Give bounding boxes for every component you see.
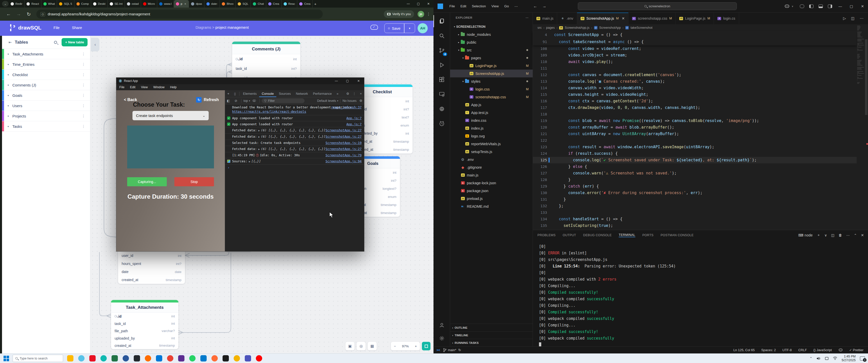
tree-item-readme-md[interactable]: M↓README.md: [450, 202, 533, 210]
panel-tab-postman-console[interactable]: POSTMAN CONSOLE: [660, 233, 694, 237]
sidebar-item-comments-j-[interactable]: ▾Comments (J)⋮: [2, 80, 90, 90]
section-running-tasks[interactable]: ›RUNNING TASKS: [450, 339, 533, 346]
inspect-icon[interactable]: ⌖: [225, 92, 231, 96]
code-line[interactable]: 117 ctx.drawImage(video, 0, 0, canvas.wi…: [533, 104, 857, 111]
code-line[interactable]: 132 };: [533, 203, 857, 209]
code-line[interactable]: 122: [533, 137, 857, 144]
console-source-link[interactable]: ScreenshotApp.js:79: [326, 153, 362, 157]
code-line[interactable]: 135 setIsCapturing(true);: [533, 222, 857, 229]
panel-tab-problems[interactable]: PROBLEMS: [537, 233, 556, 237]
menu-file[interactable]: File: [446, 4, 458, 8]
table-field-row[interactable]: task_idint?: [232, 64, 300, 73]
code-line[interactable]: 124 if (result.success) {: [533, 150, 857, 157]
toggle-sidebar-icon[interactable]: [809, 4, 813, 8]
capturing-button[interactable]: Capturing...: [127, 177, 167, 186]
console-source-link[interactable]: ScreenshotApp.js:27: [326, 128, 362, 132]
browser-tab[interactable]: dpas: [189, 0, 205, 7]
console-sidebar-icon[interactable]: ◧: [225, 99, 231, 103]
tab-close-icon[interactable]: ✕: [622, 16, 625, 21]
table-field-row[interactable]: file_pathvarchar?: [111, 327, 178, 334]
back-icon[interactable]: ←: [3, 11, 13, 17]
tree-item-main-js[interactable]: JSmain.js: [450, 171, 533, 179]
chevron-down-icon[interactable]: ▾: [7, 53, 9, 56]
customize-layout-icon[interactable]: [800, 4, 804, 8]
remote-indicator[interactable]: ><: [434, 349, 443, 352]
taskbar-app-icon-3[interactable]: [89, 355, 96, 362]
activity-run-debug-icon[interactable]: [434, 59, 450, 71]
code-line[interactable]: 114 canvas.width = video.videoWidth;: [533, 85, 857, 91]
section-outline[interactable]: ›OUTLINE: [450, 324, 533, 331]
close-panel-icon[interactable]: ✕: [861, 233, 864, 237]
focus-mode-icon[interactable]: ◎: [356, 342, 366, 351]
copilot-status-icon[interactable]: [838, 348, 843, 352]
taskbar-app-icon-18[interactable]: [256, 355, 262, 362]
table-field-row[interactable]: uploaded_byint: [111, 334, 178, 342]
fullscreen-button[interactable]: [422, 342, 431, 351]
tree-item-public[interactable]: ▸public: [450, 38, 533, 46]
save-dropdown-chevron-icon[interactable]: ▾: [404, 27, 415, 30]
expand-arrow-icon[interactable]: ▶: [258, 129, 260, 132]
live-expression-icon[interactable]: [253, 100, 256, 102]
expand-arrow-icon[interactable]: ▶: [258, 148, 260, 151]
console-message[interactable]: ✓App component loaded with routerApp.js:…: [225, 121, 364, 127]
tree-item-index-css[interactable]: #index.css: [450, 117, 533, 124]
sidebar-item-projects[interactable]: ▾Projects⋮: [2, 111, 90, 121]
table-menu-icon[interactable]: ⋮: [82, 83, 86, 87]
taskbar-app-icon-4[interactable]: [100, 355, 107, 362]
devtools-tab-console[interactable]: Console: [259, 90, 276, 97]
table-menu-icon[interactable]: ⋮: [82, 62, 86, 66]
console-source-link[interactable]: ScreenshotApp.js:19: [326, 141, 362, 145]
devtools-kebab-icon[interactable]: ⋮: [351, 92, 358, 96]
new-terminal-icon[interactable]: ＋: [817, 233, 820, 237]
browser-tab[interactable]: Crea: [297, 0, 313, 7]
sidebar-item-checklist[interactable]: ▾Checklist⋮: [2, 70, 90, 80]
browser-tab[interactable]: ostad: [125, 0, 141, 7]
browser-profile-avatar[interactable]: jo: [417, 11, 424, 18]
browser-tab[interactable]: Reac: [282, 0, 298, 7]
app-minimize-button[interactable]: —: [331, 78, 342, 84]
taskbar-app-icon-13[interactable]: [200, 355, 207, 362]
drawsql-menu-file[interactable]: File: [54, 26, 60, 30]
menu-go[interactable]: Go: [502, 4, 512, 8]
terminal-dropdown-icon[interactable]: ∨: [824, 233, 827, 237]
zoom-out-button[interactable]: −: [391, 344, 399, 348]
code-line[interactable]: 121 const uint8Array = new Uint8Array(ar…: [533, 131, 857, 137]
code-line[interactable]: 111: [533, 65, 857, 72]
code-editor[interactable]: 108 const video = videoRef.current;109 v…: [533, 45, 857, 230]
console-message[interactable]: ✓App component loaded with routerApp.js:…: [225, 115, 364, 121]
cursor-position[interactable]: Ln 125, Col 65: [733, 348, 755, 352]
chevron-down-icon[interactable]: ▾: [7, 94, 9, 97]
explorer-more-icon[interactable]: ⋯: [526, 16, 529, 20]
taskbar-clock[interactable]: 1:45 PM 5/27/2025: [841, 355, 856, 362]
devtools-settings-icon[interactable]: ⚙: [344, 92, 351, 96]
table-menu-icon[interactable]: ⋮: [82, 73, 86, 77]
taskbar-app-icon-17[interactable]: [245, 355, 251, 362]
url-bar[interactable]: ⊙ drawsql.app/teams/lkahdgjkldsg/diagram…: [36, 9, 323, 19]
browser-close-button[interactable]: ✕: [424, 2, 434, 5]
vscode-close-button[interactable]: ✕: [857, 4, 868, 8]
panel-tab-ports[interactable]: PORTS: [643, 233, 653, 237]
console-message[interactable]: Sources:▶[{…}]ScreenshotApp.js:94: [225, 158, 364, 165]
chevron-down-icon[interactable]: ▾: [7, 84, 9, 87]
code-line[interactable]: 112 const canvas = document.createElemen…: [533, 72, 857, 78]
console-source-link[interactable]: App.js:7: [346, 116, 362, 120]
copilot-icon[interactable]: [784, 4, 789, 9]
sidebar-collapse-handle[interactable]: ‹: [91, 38, 99, 52]
console-source-link[interactable]: ScreenshotApp.js:94: [326, 159, 362, 163]
split-editor-icon[interactable]: ◫: [851, 16, 855, 21]
editor-tab-screenshotapp-js[interactable]: JSScreenshotApp.jsM✕: [577, 12, 628, 24]
code-line[interactable]: 129 } catch (err) {: [533, 183, 857, 190]
grid-view-icon[interactable]: ▦: [368, 342, 377, 351]
chevron-down-icon[interactable]: ▾: [7, 104, 9, 107]
nav-back-icon[interactable]: ←: [531, 4, 540, 8]
fit-view-icon[interactable]: ▣: [345, 342, 354, 351]
reload-icon[interactable]: ↻: [24, 11, 34, 17]
formatter-status[interactable]: ✓ Prettier: [849, 348, 864, 352]
section-timeline[interactable]: ›TIMELINE: [450, 331, 533, 339]
app-maximize-button[interactable]: ▢: [342, 78, 353, 84]
sidebar-item-goals[interactable]: ▾Goals⋮: [2, 90, 90, 101]
activity-search-icon[interactable]: [434, 30, 450, 42]
console-message[interactable]: Download the React DevTools for a better…: [225, 104, 364, 115]
editor-tab-main-js[interactable]: JSmain.js: [533, 12, 557, 24]
tree-item-src[interactable]: ▾src: [450, 46, 533, 54]
